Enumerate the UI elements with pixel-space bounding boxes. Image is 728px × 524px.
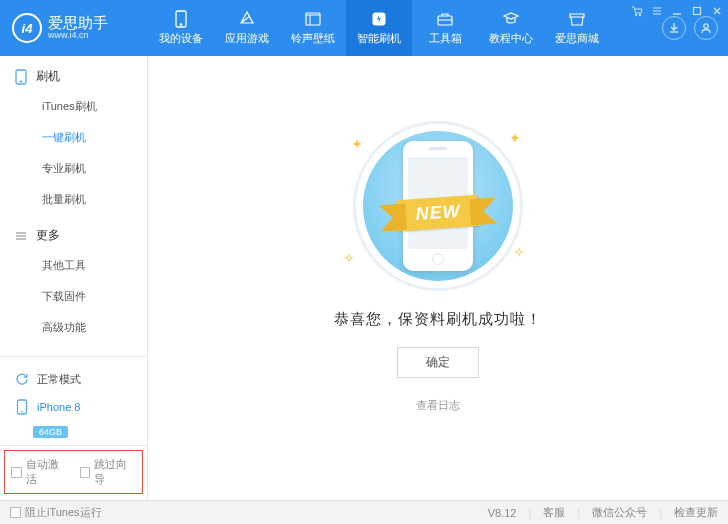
svg-point-7 [639,14,641,16]
sidebar-item-pro-flash[interactable]: 专业刷机 [42,153,147,184]
sidebar-item-download-firmware[interactable]: 下载固件 [42,281,147,312]
svg-point-10 [20,80,22,82]
nav-flash[interactable]: 智能刷机 [346,0,412,56]
svg-point-12 [21,411,23,413]
device-name: iPhone 8 [37,401,80,413]
nav-toolbox[interactable]: 工具箱 [412,0,478,56]
nav-apps[interactable]: 应用游戏 [214,0,280,56]
sidebar-item-advanced[interactable]: 高级功能 [42,312,147,343]
svg-point-6 [635,14,637,16]
checkbox-auto-activate[interactable]: 自动激活 [11,457,68,487]
phone-outline-icon [14,69,28,85]
svg-rect-8 [694,8,701,15]
svg-point-5 [704,24,708,28]
nav-label: 工具箱 [429,31,462,46]
checkbox-label: 阻止iTunes运行 [25,505,102,520]
flash-icon [370,10,388,28]
top-nav: 我的设备 应用游戏 铃声壁纸 智能刷机 工具箱 教程中心 爱思商城 [148,0,662,56]
user-button[interactable] [694,16,718,40]
nav-label: 应用游戏 [225,31,269,46]
minimize-button[interactable] [670,4,684,18]
sparkle-icon: ✦ [509,130,521,146]
app-url: www.i4.cn [48,31,108,41]
support-link[interactable]: 客服 [543,505,565,520]
sidebar-item-other-tools[interactable]: 其他工具 [42,250,147,281]
refresh-icon [14,371,30,387]
mode-label: 正常模式 [37,372,81,387]
wechat-link[interactable]: 微信公众号 [592,505,647,520]
check-update-link[interactable]: 检查更新 [674,505,718,520]
app-title: 爱思助手 [48,15,108,32]
version-label: V8.12 [488,507,517,519]
close-button[interactable] [710,4,724,18]
sidebar-group-title: 刷机 [36,68,60,85]
checkbox-skip-guide[interactable]: 跳过向导 [80,457,137,487]
device-info[interactable]: iPhone 8 [10,393,137,421]
nav-label: 智能刷机 [357,31,401,46]
sparkle-icon: ✧ [343,250,355,266]
checkbox-label: 自动激活 [26,457,68,487]
sidebar-group-title: 更多 [36,227,60,244]
more-icon [14,229,28,243]
success-illustration: NEW ✦ ✦ ✧ ✧ [333,116,543,296]
store-icon [568,10,586,28]
apps-icon [238,10,256,28]
download-button[interactable] [662,16,686,40]
checkbox-box [11,467,22,478]
svg-point-1 [180,24,182,26]
ok-button[interactable]: 确定 [397,347,479,378]
maximize-button[interactable] [690,4,704,18]
main-content: NEW ✦ ✦ ✧ ✧ 恭喜您，保资料刷机成功啦！ 确定 查看日志 [148,56,728,500]
device-icon [14,399,30,415]
sidebar-item-itunes-flash[interactable]: iTunes刷机 [42,91,147,122]
storage-badge: 64GB [33,426,68,438]
new-ribbon: NEW [397,195,480,232]
nav-tutorial[interactable]: 教程中心 [478,0,544,56]
sparkle-icon: ✦ [351,136,363,152]
sidebar-group-more[interactable]: 更多 [0,215,147,250]
sidebar-group-flash[interactable]: 刷机 [0,56,147,91]
nav-my-device[interactable]: 我的设备 [148,0,214,56]
cart-icon[interactable] [630,4,644,18]
status-bar: 阻止iTunes运行 V8.12 | 客服 | 微信公众号 | 检查更新 [0,500,728,524]
wallpaper-icon [304,10,322,28]
sparkle-icon: ✧ [513,244,525,260]
sidebar-item-batch-flash[interactable]: 批量刷机 [42,184,147,215]
sidebar: 刷机 iTunes刷机 一键刷机 专业刷机 批量刷机 更多 其他工具 下载固件 … [0,56,148,500]
nav-label: 铃声壁纸 [291,31,335,46]
nav-label: 我的设备 [159,31,203,46]
phone-icon [172,10,190,28]
device-mode[interactable]: 正常模式 [10,365,137,393]
highlighted-options: 自动激活 跳过向导 [4,450,143,494]
checkbox-block-itunes[interactable]: 阻止iTunes运行 [10,505,102,520]
checkbox-box [80,467,91,478]
view-log-link[interactable]: 查看日志 [416,398,460,413]
checkbox-label: 跳过向导 [94,457,136,487]
sidebar-item-oneclick-flash[interactable]: 一键刷机 [42,122,147,153]
toolbox-icon [436,10,454,28]
nav-store[interactable]: 爱思商城 [544,0,610,56]
logo-icon: i4 [12,13,42,43]
nav-label: 爱思商城 [555,31,599,46]
app-logo: i4 爱思助手 www.i4.cn [0,0,148,56]
checkbox-box [10,507,21,518]
nav-label: 教程中心 [489,31,533,46]
nav-ringtones[interactable]: 铃声壁纸 [280,0,346,56]
tutorial-icon [502,10,520,28]
success-message: 恭喜您，保资料刷机成功啦！ [334,310,542,329]
menu-icon[interactable] [650,4,664,18]
